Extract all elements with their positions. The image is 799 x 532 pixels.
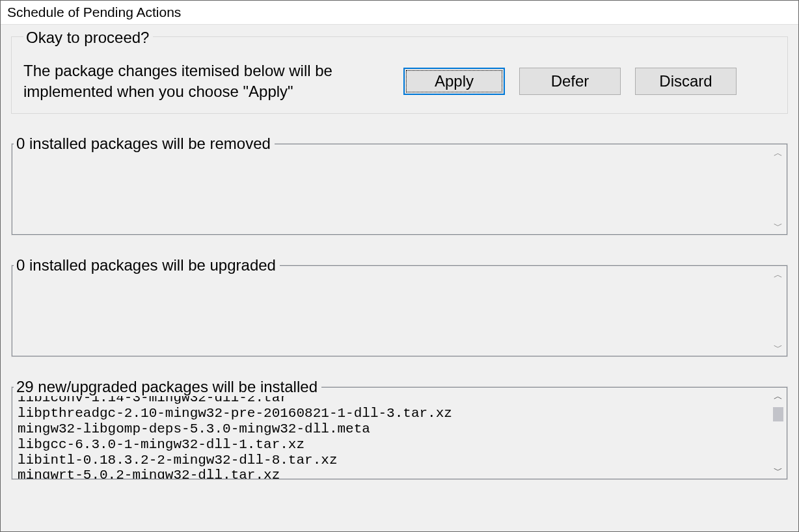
window-title: Schedule of Pending Actions xyxy=(1,1,798,25)
dialog-content: Okay to proceed? The package changes ite… xyxy=(1,25,798,498)
remove-listbox[interactable]: ︿ ﹀ xyxy=(12,144,787,235)
apply-button[interactable]: Apply xyxy=(403,68,505,95)
scroll-down-icon[interactable]: ﹀ xyxy=(774,466,783,475)
upgrade-listbox[interactable]: ︿ ﹀ xyxy=(12,265,787,356)
upgrade-legend: 0 installed packages will be upgraded xyxy=(14,256,280,274)
install-listbox[interactable]: libiconv-1.14-3-mingw32-dll-2.tar libpth… xyxy=(12,387,787,479)
remove-section: 0 installed packages will be removed ︿ ﹀ xyxy=(11,126,788,235)
button-row: Apply Defer Discard xyxy=(403,68,737,95)
proceed-row: The package changes itemised below will … xyxy=(23,60,776,103)
proceed-legend: Okay to proceed? xyxy=(23,29,153,47)
upgrade-section: 0 installed packages will be upgraded ︿ … xyxy=(11,247,788,357)
proceed-description: The package changes itemised below will … xyxy=(23,60,388,103)
upgrade-scrollbar[interactable]: ︿ ﹀ xyxy=(770,266,787,356)
discard-button-label: Discard xyxy=(659,72,712,90)
remove-list-content xyxy=(12,144,770,234)
scroll-up-icon[interactable]: ︿ xyxy=(774,270,783,279)
install-legend: 29 new/upgraded packages will be install… xyxy=(14,378,321,396)
upgrade-list-content xyxy=(12,266,770,356)
apply-button-label: Apply xyxy=(435,72,474,90)
scroll-thumb[interactable] xyxy=(773,407,783,421)
scroll-up-icon[interactable]: ︿ xyxy=(774,148,783,157)
scroll-down-icon[interactable]: ﹀ xyxy=(774,343,783,352)
defer-button[interactable]: Defer xyxy=(519,68,621,95)
install-section: 29 new/upgraded packages will be install… xyxy=(11,369,788,480)
remove-legend: 0 installed packages will be removed xyxy=(14,135,275,153)
defer-button-label: Defer xyxy=(551,72,589,90)
install-list-content: libiconv-1.14-3-mingw32-dll-2.tar libpth… xyxy=(12,388,770,479)
scroll-up-icon[interactable]: ︿ xyxy=(774,392,783,401)
proceed-group: Okay to proceed? The package changes ite… xyxy=(11,36,788,114)
discard-button[interactable]: Discard xyxy=(635,68,737,95)
scroll-down-icon[interactable]: ﹀ xyxy=(774,221,783,230)
install-scrollbar[interactable]: ︿ ﹀ xyxy=(770,388,787,479)
remove-scrollbar[interactable]: ︿ ﹀ xyxy=(770,144,787,234)
